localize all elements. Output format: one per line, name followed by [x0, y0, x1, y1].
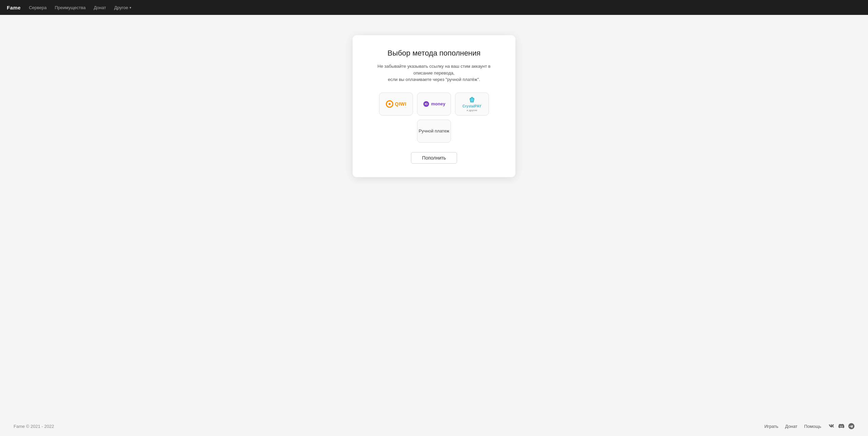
qiwi-circle-icon: [386, 100, 393, 108]
submit-button[interactable]: Пополнить: [411, 152, 457, 164]
footer-social: [828, 423, 854, 429]
yoomoney-option[interactable]: Ю money: [417, 92, 451, 116]
advantages-link[interactable]: Преимущества: [55, 5, 86, 10]
yoomoney-logo: Ю money: [423, 101, 446, 107]
main-content: Выбор метода пополнения Не забывайте ука…: [0, 15, 868, 416]
telegram-icon[interactable]: [848, 423, 854, 429]
other-label: Другое: [114, 5, 128, 10]
navbar-brand[interactable]: Fame: [7, 5, 21, 11]
qiwi-option[interactable]: QIWI: [379, 92, 413, 116]
other-dropdown-arrow: ▾: [130, 6, 131, 9]
crystalpay-label: CrystalPAY: [462, 104, 481, 108]
qiwi-label: QIWI: [395, 101, 407, 107]
svg-text:Ю: Ю: [425, 102, 428, 106]
card-subtitle: Не забывайте указывать ссылку на ваш сти…: [369, 63, 499, 83]
card-title: Выбор метода пополнения: [388, 49, 480, 58]
navbar: Fame Сервера Преимущества Донат Другое ▾: [0, 0, 868, 15]
crystalpay-sublabel: и другие: [467, 109, 477, 112]
payment-card: Выбор метода пополнения Не забывайте ука…: [353, 35, 515, 177]
yoomoney-label: money: [431, 101, 446, 106]
help-link[interactable]: Помощь: [804, 424, 821, 429]
play-link[interactable]: Играть: [765, 424, 778, 429]
footer-copyright: Fame © 2021 - 2022: [14, 424, 54, 429]
servers-label: Сервера: [29, 5, 46, 10]
other-link[interactable]: Другое ▾: [114, 5, 131, 10]
donat-footer-link[interactable]: Донат: [785, 424, 797, 429]
footer: Fame © 2021 - 2022 Играть Донат Помощь: [0, 416, 868, 436]
qiwi-logo: QIWI: [386, 100, 407, 108]
footer-links: Играть Донат Помощь: [765, 424, 821, 429]
donat-link[interactable]: Донат: [94, 5, 106, 10]
payment-options: QIWI Ю money: [369, 92, 499, 143]
donat-label: Донат: [94, 5, 106, 10]
manual-option[interactable]: Ручной платеж: [417, 120, 451, 143]
crystalpay-icon: [468, 96, 476, 104]
servers-link[interactable]: Сервера: [29, 5, 46, 10]
manual-label: Ручной платеж: [419, 128, 449, 133]
vk-icon[interactable]: [828, 423, 834, 429]
discord-icon[interactable]: [838, 423, 844, 429]
crystalpay-option[interactable]: CrystalPAY и другие: [455, 92, 489, 116]
crystalpay-logo: CrystalPAY и другие: [462, 96, 481, 112]
advantages-label: Преимущества: [55, 5, 86, 10]
yoomoney-icon: Ю: [423, 101, 430, 107]
